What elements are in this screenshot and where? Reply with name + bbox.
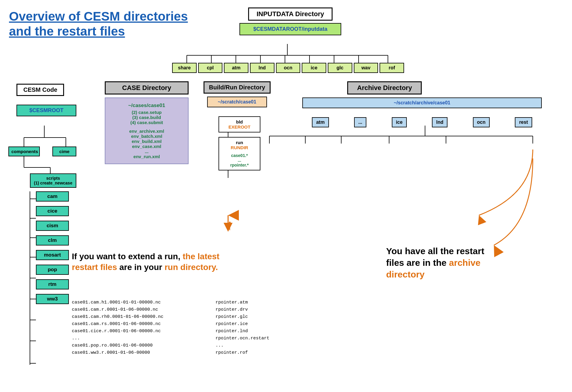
- title-line2: and the restart files: [9, 24, 125, 38]
- archive-child-atm: atm: [312, 117, 329, 127]
- comp-pop: pop: [36, 265, 69, 275]
- comp-cice: cice: [36, 206, 69, 216]
- scripts-box: scripts(1) create_newcase: [30, 173, 76, 188]
- comp-cism: cism: [36, 221, 69, 231]
- build-run-root: ~/scratch/case01: [207, 97, 267, 107]
- archive-child-rest: rest: [515, 117, 532, 127]
- inputdata-child-ocn: ocn: [276, 63, 301, 73]
- archive-dir-title: Archive Directory: [347, 81, 422, 94]
- inputdata-child-share: share: [172, 63, 197, 73]
- inputdata-child-lnd: lnd: [250, 63, 274, 73]
- inputdata-title-box: INPUTDATA Directory: [248, 7, 333, 21]
- cesm-code-label: CESM Code: [23, 86, 57, 93]
- title-line1: Overview of CESM directories: [9, 9, 188, 23]
- bld-box: bld EXEROOT: [219, 116, 260, 132]
- inputdata-child-wav: wav: [354, 63, 378, 73]
- comp-ww3: ww3: [36, 294, 69, 304]
- files-left-list: case01.cam.h1.0001-01-01-00000.nc case01…: [72, 299, 163, 356]
- files-right-list: rpointer.atm rpointer.drv rpointer.glc r…: [216, 299, 269, 356]
- archive-root: ~/scratch/archive/case01: [302, 97, 542, 108]
- cime-box: cime: [52, 147, 76, 156]
- inputdata-child-rof: rof: [380, 63, 404, 73]
- build-run-title: Build/Run Directory: [204, 81, 271, 94]
- inputdata-child-atm: atm: [224, 63, 248, 73]
- page-title: Overview of CESM directories and the res…: [9, 9, 188, 39]
- case-dir-content: ~/cases/case01 (2) case.setup (3) case.b…: [105, 97, 189, 164]
- comp-clm: clm: [36, 235, 69, 245]
- archive-child-dots: ...: [354, 117, 366, 127]
- archive-child-ice: ice: [392, 117, 407, 127]
- comp-mosart: mosart: [36, 250, 69, 260]
- run-box: run RUNDIR case01.*...rpointer.*: [219, 137, 260, 170]
- cesmroot-box: $CESMROOT: [16, 105, 76, 116]
- inputdata-child-cpl: cpl: [198, 63, 223, 73]
- components-box: components: [8, 147, 40, 156]
- archive-child-lnd: lnd: [432, 117, 447, 127]
- extend-run-text: If you want to extend a run, the latestr…: [72, 251, 251, 273]
- inputdata-child-ice: ice: [302, 63, 326, 73]
- comp-rtm: rtm: [36, 279, 69, 289]
- comp-cam: cam: [36, 191, 69, 202]
- restart-text: You have all the restartfiles are in the…: [386, 245, 560, 280]
- inputdata-root-box: $CESMDATAROOT/inputdata: [239, 23, 341, 35]
- cesm-code-title: CESM Code: [16, 84, 64, 96]
- archive-child-ocn: ocn: [473, 117, 490, 127]
- inputdata-child-glc: glc: [328, 63, 352, 73]
- case-dir-title: CASE Directory: [105, 81, 189, 94]
